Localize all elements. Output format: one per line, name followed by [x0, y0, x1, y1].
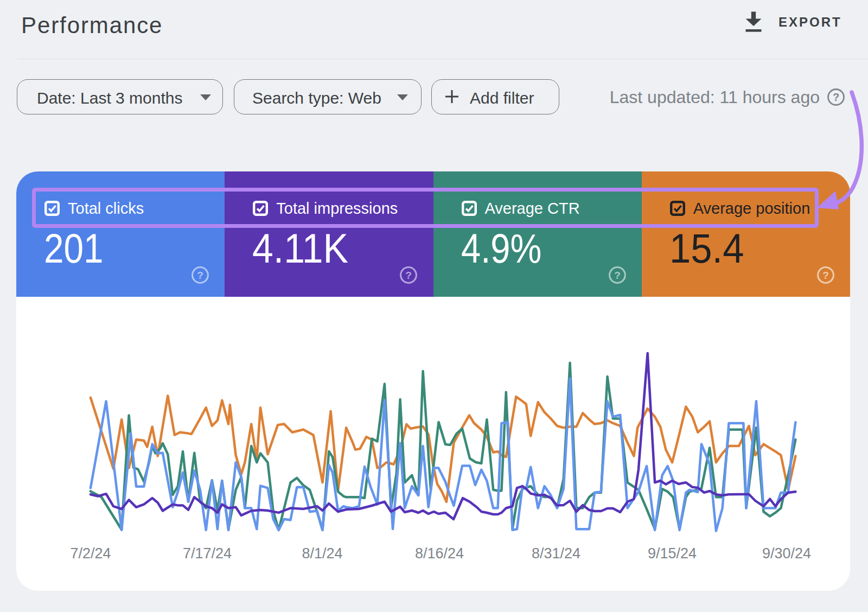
- svg-text:?: ?: [822, 270, 829, 281]
- svg-text:?: ?: [197, 270, 203, 281]
- svg-text:?: ?: [405, 270, 412, 281]
- svg-text:?: ?: [614, 270, 621, 281]
